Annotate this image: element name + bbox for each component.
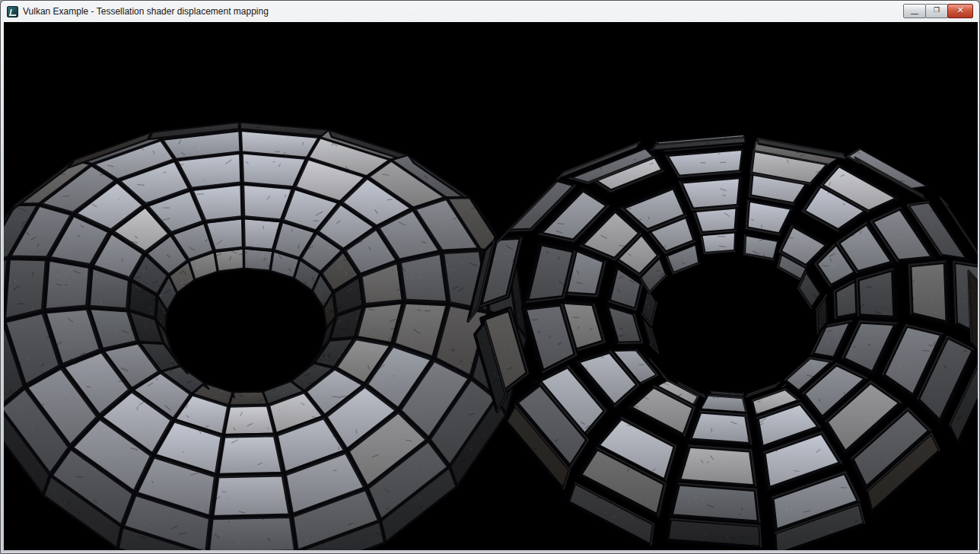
maximize-button[interactable]: ❐ xyxy=(925,4,948,18)
render-viewport xyxy=(4,22,976,549)
close-icon: ✕ xyxy=(956,6,963,14)
window-title: Vulkan Example - Tessellation shader dis… xyxy=(23,6,269,17)
minimize-button[interactable]: — xyxy=(903,4,926,18)
close-button[interactable]: ✕ xyxy=(947,4,973,18)
window-controls: — ❐ ✕ xyxy=(904,4,973,18)
titlebar[interactable]: Vulkan Example - Tessellation shader dis… xyxy=(1,1,979,22)
vulkan-app-icon[interactable] xyxy=(7,6,18,18)
minimize-icon: — xyxy=(911,10,918,18)
maximize-icon: ❐ xyxy=(934,7,940,14)
app-window: Vulkan Example - Tessellation shader dis… xyxy=(0,0,980,554)
vulkan-3d-scene[interactable] xyxy=(4,22,978,550)
